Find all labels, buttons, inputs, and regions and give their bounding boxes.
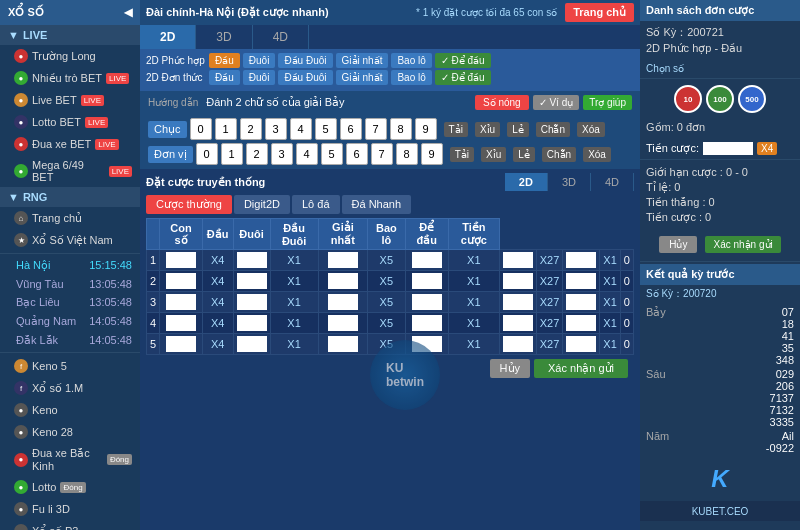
num-chuc-8[interactable]: 8 xyxy=(390,118,412,140)
tab-4d[interactable]: 4D xyxy=(253,25,309,49)
trangchu-button[interactable]: Trang chủ xyxy=(565,3,634,22)
input-onso[interactable] xyxy=(166,336,196,352)
btn-duoi-donthuc[interactable]: Đuôi xyxy=(243,70,276,85)
sidebar-item-mega649[interactable]: ● Mega 6/49 BET LIVE xyxy=(0,155,140,187)
sidebar-item-lottobet[interactable]: ● Lotto BET LIVE xyxy=(0,111,140,133)
input-duoi[interactable] xyxy=(328,273,358,289)
input-dauduoi[interactable] xyxy=(412,315,442,331)
num-donvi-0[interactable]: 0 xyxy=(196,143,218,165)
num-donvi-5[interactable]: 5 xyxy=(321,143,343,165)
input-giainhat[interactable] xyxy=(503,336,533,352)
xoa-btn-chuc[interactable]: Xóa xyxy=(577,122,605,137)
coin-10[interactable]: 10 xyxy=(674,85,702,113)
input-duoi[interactable] xyxy=(328,252,358,268)
sidebar-sub-quangnam[interactable]: Quảng Nam 14:05:48 xyxy=(0,312,140,331)
input-giainhat[interactable] xyxy=(503,294,533,310)
right-huy-button[interactable]: Hủy xyxy=(659,236,697,253)
trad-tab-4d[interactable]: 4D xyxy=(591,173,634,191)
le-btn-chuc[interactable]: Lẻ xyxy=(507,122,529,137)
huy-button[interactable]: Hủy xyxy=(490,359,530,378)
num-chuc-4[interactable]: 4 xyxy=(290,118,312,140)
input-onso[interactable] xyxy=(166,252,196,268)
input-baolo[interactable] xyxy=(566,252,596,268)
num-donvi-1[interactable]: 1 xyxy=(221,143,243,165)
trad-subtab-cuocthuong[interactable]: Cược thường xyxy=(146,195,232,214)
input-dauduoi[interactable] xyxy=(412,273,442,289)
sonong-button[interactable]: Số nóng xyxy=(475,95,529,110)
num-donvi-9[interactable]: 9 xyxy=(421,143,443,165)
sidebar-sub-daklak[interactable]: Đắk Lắk 14:05:48 xyxy=(0,331,140,350)
num-chuc-6[interactable]: 6 xyxy=(340,118,362,140)
num-chuc-0[interactable]: 0 xyxy=(190,118,212,140)
tai-btn-chuc[interactable]: Tải xyxy=(444,122,468,137)
sidebar-item-xosop3[interactable]: ● Xổ số P3 xyxy=(0,520,140,530)
btn-baolo-phuchop[interactable]: Bao lô xyxy=(391,53,431,68)
num-chuc-1[interactable]: 1 xyxy=(215,118,237,140)
num-chuc-2[interactable]: 2 xyxy=(240,118,262,140)
input-baolo[interactable] xyxy=(566,336,596,352)
input-dau[interactable] xyxy=(237,252,267,268)
input-duoi[interactable] xyxy=(328,315,358,331)
sidebar-sub-hanoi[interactable]: Hà Nội 15:15:48 xyxy=(0,256,140,275)
input-dau[interactable] xyxy=(237,315,267,331)
trad-subtab-danhanh[interactable]: Đá Nhanh xyxy=(342,195,412,214)
sidebar-item-xosovietnam[interactable]: ★ Xổ Số Việt Nam xyxy=(0,229,140,251)
input-dauduoi[interactable] xyxy=(412,294,442,310)
input-duoi[interactable] xyxy=(328,336,358,352)
btn-dau-donthuc[interactable]: Đầu xyxy=(209,70,240,85)
num-chuc-7[interactable]: 7 xyxy=(365,118,387,140)
xacnhan-button[interactable]: Xác nhận gửi xyxy=(534,359,628,378)
input-dau[interactable] xyxy=(237,294,267,310)
num-donvi-4[interactable]: 4 xyxy=(296,143,318,165)
btn-giainhat-phuchop[interactable]: Giải nhất xyxy=(336,53,389,68)
sidebar-section-rng[interactable]: ▼ RNG xyxy=(0,187,140,207)
input-dauduoi[interactable] xyxy=(412,336,442,352)
btn-duoi-phuchop[interactable]: Đuôi xyxy=(243,53,276,68)
num-chuc-5[interactable]: 5 xyxy=(315,118,337,140)
input-onso[interactable] xyxy=(166,294,196,310)
num-chuc-3[interactable]: 3 xyxy=(265,118,287,140)
num-donvi-8[interactable]: 8 xyxy=(396,143,418,165)
trad-subtab-digit2d[interactable]: Digit2D xyxy=(234,195,290,214)
sidebar-item-keno28[interactable]: ● Keno 28 xyxy=(0,421,140,443)
coin-100[interactable]: 100 xyxy=(706,85,734,113)
input-baolo[interactable] xyxy=(566,273,596,289)
btn-dau-phuchop[interactable]: Đầu xyxy=(209,53,240,68)
sidebar-item-truonglong[interactable]: ● Trường Long xyxy=(0,45,140,67)
trad-tab-3d[interactable]: 3D xyxy=(548,173,591,191)
num-donvi-2[interactable]: 2 xyxy=(246,143,268,165)
input-baolo[interactable] xyxy=(566,294,596,310)
xiu-btn-donvi[interactable]: Xỉu xyxy=(481,147,506,162)
btn-dedau-donthuc[interactable]: ✓ Để đầu xyxy=(435,70,491,85)
input-baolo[interactable] xyxy=(566,315,596,331)
btn-baolo-donthuc[interactable]: Bao lô xyxy=(391,70,431,85)
vidu-button[interactable]: ✓ Ví dụ xyxy=(533,95,580,110)
input-dauduoi[interactable] xyxy=(412,252,442,268)
sidebar-item-lotto[interactable]: ● Lotto Đóng xyxy=(0,476,140,498)
input-onso[interactable] xyxy=(166,315,196,331)
btn-giainhat-donthuc[interactable]: Giải nhất xyxy=(336,70,389,85)
coin-500[interactable]: 500 xyxy=(738,85,766,113)
trad-tab-2d[interactable]: 2D xyxy=(505,173,548,191)
xoa-btn-donvi[interactable]: Xóa xyxy=(583,147,611,162)
sidebar-item-keno[interactable]: ● Keno xyxy=(0,399,140,421)
le-btn-donvi[interactable]: Lẻ xyxy=(513,147,535,162)
tab-3d[interactable]: 3D xyxy=(196,25,252,49)
sidebar-collapse-icon[interactable]: ◀ xyxy=(124,6,132,19)
num-chuc-9[interactable]: 9 xyxy=(415,118,437,140)
trogup-button[interactable]: Trợ giúp xyxy=(583,95,632,110)
sidebar-sub-baclieu[interactable]: Bạc Liêu 13:05:48 xyxy=(0,293,140,312)
sidebar-item-nhieutrobet[interactable]: ● Nhiều trò BET LIVE xyxy=(0,67,140,89)
chan-btn-donvi[interactable]: Chẵn xyxy=(542,147,576,162)
input-onso[interactable] xyxy=(166,273,196,289)
btn-dedau-phuchop[interactable]: ✓ Để đầu xyxy=(435,53,491,68)
btn-dauduoi-phuchop[interactable]: Đầu Đuôi xyxy=(278,53,332,68)
num-donvi-7[interactable]: 7 xyxy=(371,143,393,165)
sidebar-sub-vungtau[interactable]: Vũng Tàu 13:05:48 xyxy=(0,275,140,293)
input-dau[interactable] xyxy=(237,273,267,289)
btn-dauduoi-donthuc[interactable]: Đầu Đuôi xyxy=(278,70,332,85)
sidebar-item-keno5[interactable]: f Keno 5 xyxy=(0,355,140,377)
xiu-btn-chuc[interactable]: Xỉu xyxy=(475,122,500,137)
tiencuoc-input[interactable] xyxy=(703,142,753,155)
num-donvi-3[interactable]: 3 xyxy=(271,143,293,165)
